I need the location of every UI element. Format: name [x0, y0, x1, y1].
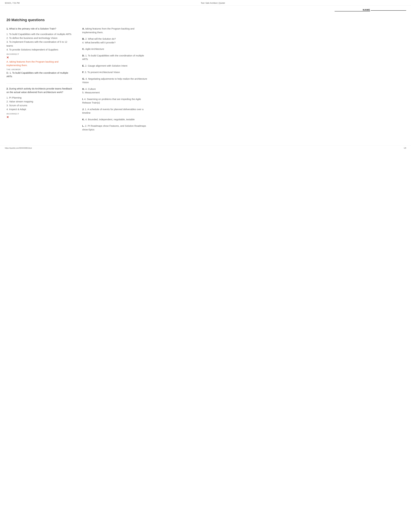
right-item-k: K. 4. Bounded, independent, negotiable, …	[82, 118, 148, 121]
right-item-l-text: 2. PI Roadmaps show Features, and Soluti…	[82, 124, 146, 131]
question-1-body: What is the primary role of a Solution T…	[9, 27, 56, 30]
question-2-incorrect-label: INCORRECT	[6, 113, 73, 115]
right-item-i: I. 4. Swarming on problems that are impe…	[82, 97, 148, 105]
right-item-j-text: 1. A schedule of events for planned deli…	[82, 108, 143, 114]
right-item-i-text: 4. Swarming on problems that are impedin…	[82, 98, 141, 104]
header-timestamp: 9/24/21, 7:01 PM	[5, 2, 19, 4]
right-column: A. taking features from the Program back…	[79, 27, 148, 134]
footer-page: 1/8	[404, 147, 406, 149]
question-2-text: 2. During which activity do Architects p…	[6, 87, 73, 94]
question-1-x-icon: ✕	[6, 56, 73, 59]
right-item-c: C. Agile Architecture	[82, 47, 148, 51]
right-item-k-text: 4. Bounded, independent, negotiable, tes…	[85, 118, 135, 121]
question-1-incorrect-label: INCORRECT	[6, 53, 73, 55]
right-item-b-letter: B.	[82, 38, 85, 40]
footer-url: https://quizlet.com/504444801/test	[5, 147, 32, 149]
right-item-a-text: taking features from the Program backlog…	[82, 27, 134, 34]
right-item-b-text: 2. What will the Solution do?4. What ben…	[82, 38, 116, 44]
right-item-f-letter: F.	[82, 71, 85, 74]
right-item-f-text: 3. To present Architectural Vision	[85, 71, 120, 74]
right-item-d-text: 1. To build Capabilities with the coordi…	[82, 54, 144, 61]
right-item-g-letter: G.	[82, 77, 85, 80]
name-line: NAME	[0, 6, 411, 11]
question-2-option-4: 4. Inspect & Adapt	[6, 107, 73, 111]
question-1-option-1: 1. To build Capabilities with the coordi…	[6, 32, 73, 36]
right-item-d-letter: D.	[82, 54, 85, 57]
question-2-body: During which activity do Architects prov…	[6, 87, 72, 94]
right-item-k-letter: K.	[82, 118, 85, 121]
right-item-g: G. 4. Negotiating adjustments to help re…	[82, 77, 148, 84]
question-1-option-2: 2. To define the business and technology…	[6, 36, 73, 40]
question-1-correct-answer: D. 1. To build Capabilities with the coo…	[6, 71, 73, 78]
page-footer: https://quizlet.com/504444801/test 1/8	[0, 146, 411, 150]
question-1: 1. What is the primary role of a Solutio…	[6, 27, 73, 78]
right-item-e-text: 2. Gauge alignment with Solution Intent	[85, 64, 127, 67]
left-column: 1. What is the primary role of a Solutio…	[6, 27, 79, 134]
question-1-option-4: 4. To provide Solutions independent of S…	[6, 48, 73, 52]
right-item-c-letter: C.	[82, 48, 85, 50]
question-1-wrong-answer: A. taking features from the Program back…	[6, 60, 73, 67]
header-title: Test: Safe Architect | Quizlet	[19, 2, 406, 4]
right-item-j: J. 1. A schedule of events for planned d…	[82, 107, 148, 115]
question-2-option-1: 1. PI Planning	[6, 96, 73, 100]
right-item-c-text: Agile Architecture	[85, 48, 104, 50]
right-item-a-letter: A.	[82, 27, 85, 30]
question-1-text: 1. What is the primary role of a Solutio…	[6, 27, 73, 31]
right-item-j-letter: J.	[82, 108, 85, 111]
right-item-b: B. 2. What will the Solution do?4. What …	[82, 37, 148, 44]
question-2-option-3: 3. Scrum of scrums	[6, 104, 73, 107]
right-item-l: L. 2. PI Roadmaps show Features, and Sol…	[82, 124, 148, 131]
question-2-x-icon: ✕	[6, 115, 73, 119]
question-2-number: 2.	[6, 87, 9, 90]
question-2-option-2: 2. Value stream mapping	[6, 100, 73, 104]
right-item-l-letter: L.	[82, 124, 85, 127]
right-item-d: D. 1. To build Capabilities with the coo…	[82, 54, 148, 61]
question-2: 2. During which activity do Architects p…	[6, 87, 73, 119]
page-header: 9/24/21, 7:01 PM Test: Safe Architect | …	[0, 0, 411, 6]
question-1-option-3: 3. To implement Features with the coordi…	[6, 40, 73, 48]
right-item-h: H. 4. Culture5. Measurement	[82, 87, 148, 95]
name-label: NAME	[335, 9, 370, 11]
right-item-g-text: 4. Negotiating adjustments to help reali…	[82, 77, 147, 84]
section-title: 20 Matching questions	[6, 18, 148, 22]
name-underline	[371, 10, 406, 11]
right-item-i-letter: I.	[82, 98, 84, 100]
right-item-h-letter: H.	[82, 87, 85, 90]
right-item-f: F. 3. To present Architectural Vision	[82, 70, 148, 74]
right-item-e-letter: E.	[82, 64, 85, 67]
question-1-number: 1.	[6, 27, 9, 30]
right-item-e: E. 2. Gauge alignment with Solution Inte…	[82, 64, 148, 68]
right-item-a: A. taking features from the Program back…	[82, 27, 148, 34]
question-1-answer-label: THE ANSWER	[6, 68, 73, 70]
